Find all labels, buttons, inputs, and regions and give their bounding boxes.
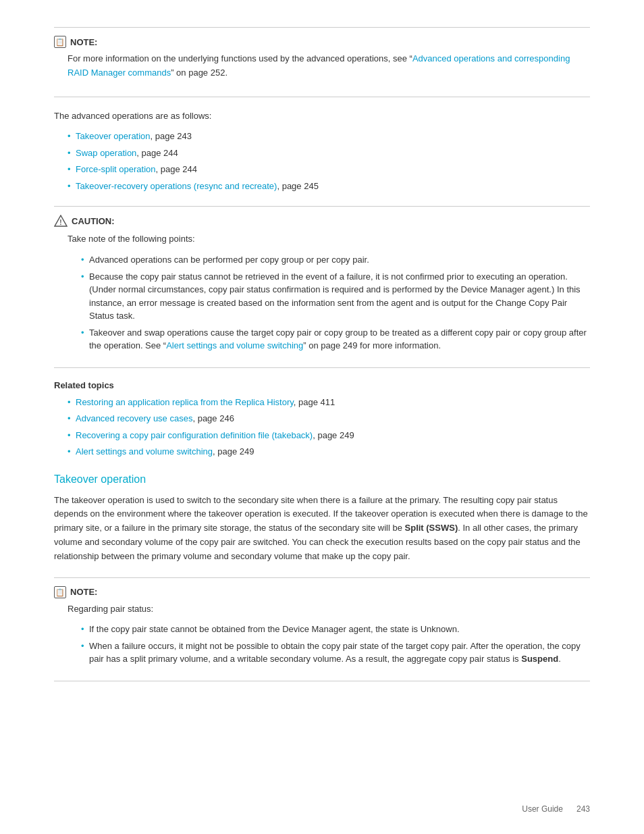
caution-title: ! CAUTION: (54, 215, 590, 227)
note-box-2: 📋 NOTE: Regarding pair status: If the co… (54, 577, 590, 681)
list-item: Restoring an application replica from th… (68, 396, 590, 409)
caution-triangle-icon: ! (54, 215, 68, 227)
takeover-section-heading: Takeover operation (54, 473, 590, 486)
list-item: Takeover-recovery operations (resync and… (68, 180, 590, 193)
list-item: Takeover operation, page 243 (68, 130, 590, 143)
link-alert-settings-related[interactable]: Alert settings and volume switching (76, 446, 213, 457)
link-swap-op[interactable]: Swap operation (76, 148, 136, 158)
list-item: Alert settings and volume switching, pag… (68, 445, 590, 459)
note1-body: For more information on the underlying f… (54, 52, 590, 80)
note-icon-1: 📋 (54, 36, 66, 48)
list-item: When a failure occurs, it might not be p… (81, 640, 590, 666)
note-title-2: 📋 NOTE: (54, 586, 590, 598)
list-item: Advanced recovery use cases, page 246 (68, 412, 590, 425)
list-item: Takeover and swap operations cause the t… (81, 326, 590, 353)
takeover-body: The takeover operation is used to switch… (54, 494, 590, 564)
related-topics-list: Restoring an application replica from th… (54, 396, 590, 459)
related-topics-title: Related topics (54, 380, 590, 390)
note2-list: If the copy pair state cannot be obtaine… (68, 623, 590, 666)
link-forcesplit-op[interactable]: Force-split operation (76, 164, 156, 174)
list-item: Advanced operations can be performed per… (81, 253, 590, 267)
caution-box: ! CAUTION: Take note of the following po… (54, 206, 590, 367)
note-label-2: NOTE: (70, 587, 97, 597)
link-takeover-op[interactable]: Takeover operation (76, 131, 151, 141)
advanced-ops-list: Takeover operation, page 243 Swap operat… (54, 130, 590, 192)
note-box-1: 📋 NOTE: For more information on the unde… (54, 27, 590, 97)
caution-icon: ! (54, 215, 68, 227)
svg-text:!: ! (59, 219, 61, 226)
note-title-1: 📋 NOTE: (54, 36, 590, 48)
list-item: If the copy pair state cannot be obtaine… (81, 623, 590, 636)
related-topics-section: Related topics Restoring an application … (54, 380, 590, 459)
link-recovering-copy-pair[interactable]: Recovering a copy pair configuration def… (76, 430, 313, 440)
note-label-1: NOTE: (70, 37, 97, 47)
note1-text: For more information on the underlying f… (68, 53, 412, 63)
list-item: Recovering a copy pair configuration def… (68, 429, 590, 442)
note2-body: Regarding pair status: If the copy pair … (54, 602, 590, 666)
advanced-ops-intro: The advanced operations are as follows: (54, 109, 590, 124)
link-advanced-recovery[interactable]: Advanced recovery use cases (76, 413, 192, 423)
footer-label: User Guide (522, 804, 563, 814)
link-takeover-recovery-op[interactable]: Takeover-recovery operations (resync and… (76, 181, 277, 191)
list-item: Because the copy pair status cannot be r… (81, 270, 590, 323)
link-restoring-replica[interactable]: Restoring an application replica from th… (76, 397, 294, 407)
caution-list: Advanced operations can be performed per… (68, 253, 590, 353)
note-icon-2: 📋 (54, 586, 66, 598)
link-alert-settings-caution[interactable]: Alert settings and volume switching (166, 340, 303, 350)
note2-intro: Regarding pair status: (68, 602, 590, 617)
caution-intro: Take note of the following points: (68, 232, 590, 246)
page-content: 📋 NOTE: For more information on the unde… (0, 0, 644, 734)
caution-body: Take note of the following points: Advan… (54, 232, 590, 352)
footer-page: 243 (576, 804, 590, 814)
caution-label: CAUTION: (72, 216, 115, 226)
list-item: Force-split operation, page 244 (68, 163, 590, 176)
page-footer: User Guide 243 (522, 804, 590, 814)
note1-link1-suffix: ” on page 252. (171, 68, 227, 78)
list-item: Swap operation, page 244 (68, 147, 590, 160)
